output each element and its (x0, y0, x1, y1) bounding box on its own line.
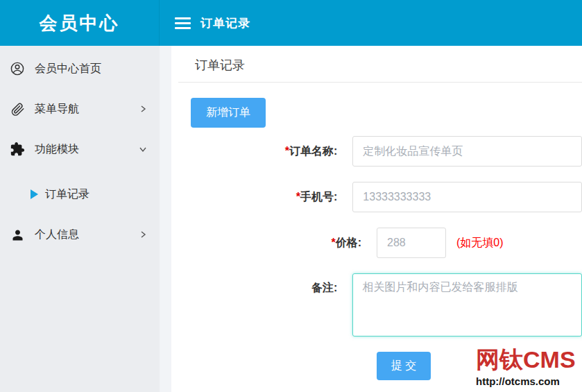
remark-row: 备注: 相关图片和内容已发给客服排版 (191, 273, 582, 336)
order-form: 新增订单 *订单名称: *手机号: (171, 83, 582, 380)
chevron-right-icon (139, 230, 147, 239)
person-icon (10, 227, 25, 242)
topbar-title: 订单记录 (200, 15, 250, 31)
submit-button[interactable]: 提 交 (377, 352, 431, 380)
sidebar-item-menu-nav[interactable]: 菜单导航 (0, 89, 160, 129)
submit-row: 提 交 (377, 352, 582, 380)
order-name-row: *订单名称: (191, 136, 582, 167)
order-name-input[interactable] (352, 136, 582, 167)
play-triangle-icon (31, 189, 38, 199)
remark-label: 备注: (191, 273, 352, 296)
chevron-down-icon (139, 145, 147, 153)
sidebar-item-personal-info[interactable]: 个人信息 (0, 214, 160, 255)
remark-textarea[interactable]: 相关图片和内容已发给客服排版 (352, 273, 582, 336)
sidebar-item-member-home[interactable]: 会员中心首页 (0, 49, 160, 89)
sidebar-item-label: 订单记录 (45, 187, 147, 202)
chevron-right-icon (139, 105, 147, 113)
page-title: 订单记录 (171, 46, 582, 82)
phone-label: *手机号: (191, 190, 352, 205)
paperclip-icon (10, 101, 25, 117)
sidebar-item-function-modules[interactable]: 功能模块 (0, 129, 160, 169)
sidebar-item-label: 会员中心首页 (35, 62, 147, 76)
sidebar-item-label: 菜单导航 (35, 102, 139, 117)
sidebar: 会员中心 会员中心首页 菜单导航 (0, 0, 160, 392)
add-order-button[interactable]: 新增订单 (191, 98, 266, 128)
user-circle-icon (10, 61, 25, 76)
topbar: 订单记录 (160, 0, 582, 46)
phone-row: *手机号: (191, 182, 582, 212)
member-center-app: 会员中心 会员中心首页 菜单导航 (0, 0, 582, 392)
sidebar-item-order-records[interactable]: 订单记录 (0, 174, 160, 214)
sidebar-nav: 会员中心首页 菜单导航 功能模块 (0, 46, 160, 255)
order-name-label: *订单名称: (191, 144, 352, 159)
content-panel: 订单记录 新增订单 *订单名称: *手机号: (171, 46, 582, 392)
price-label: *价格: (191, 236, 377, 250)
hamburger-menu-icon[interactable] (175, 17, 191, 29)
sidebar-item-label: 个人信息 (35, 228, 139, 242)
price-hint: (如无填0) (456, 236, 504, 250)
phone-input[interactable] (352, 182, 582, 212)
sidebar-item-label: 功能模块 (35, 142, 139, 157)
main-area: 订单记录 新增订单 *订单名称: *手机号: (160, 46, 582, 392)
sidebar-title: 会员中心 (0, 0, 160, 46)
price-input[interactable] (377, 228, 446, 258)
price-row: *价格: (如无填0) (191, 228, 582, 258)
puzzle-icon (10, 142, 25, 157)
